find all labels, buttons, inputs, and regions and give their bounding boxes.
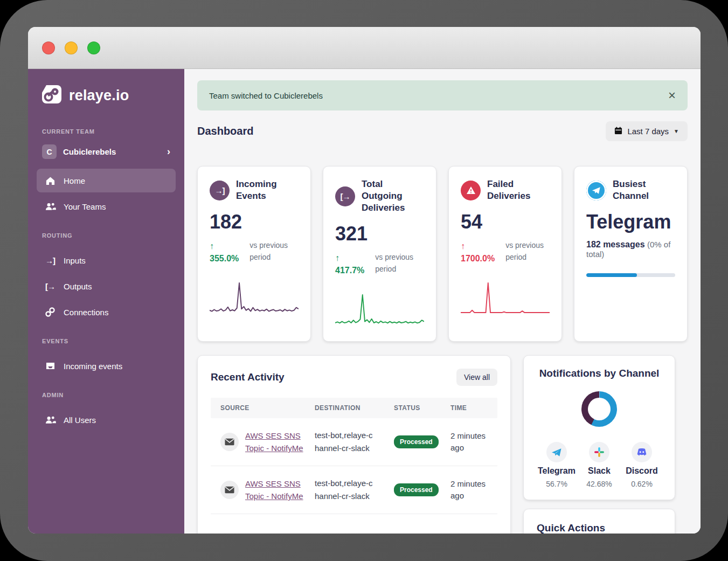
window-titlebar [28, 27, 701, 69]
stat-delta: ↑ 1700.0% [461, 240, 495, 265]
stat-delta-note: vs previous period [375, 252, 424, 275]
stat-card-failed-deliveries: Failed Deliveries 54 ↑ 1700.0% vs previo… [448, 166, 562, 342]
notifications-panel: Notifications by Channel Telegram 56.7% [523, 355, 675, 500]
status-badge: Processed [394, 483, 439, 496]
stat-card-busiest-channel: Busiest Channel Telegram 182 messages (0… [574, 166, 688, 342]
stat-delta: ↑ 417.7% [335, 252, 364, 276]
column-destination: DESTINATION [315, 404, 394, 412]
close-window-button[interactable] [42, 41, 55, 54]
current-team-label: CURRENT TEAM [37, 128, 176, 135]
stat-title: Busiest Channel [613, 178, 675, 202]
sparkline-chart [210, 281, 299, 315]
caret-down-icon: ▼ [674, 128, 679, 134]
brand-name: relaye.io [69, 87, 129, 104]
slack-icon [589, 442, 609, 462]
main-content: Team switched to Cubiclerebels × Dashboa… [184, 69, 701, 534]
view-all-button[interactable]: View all [456, 369, 497, 386]
warning-triangle-icon [461, 181, 481, 200]
source-link[interactable]: AWS SES SNS Topic - NotifyMe [245, 477, 304, 503]
stat-title: Incoming Events [236, 178, 299, 202]
minimize-window-button[interactable] [65, 41, 78, 54]
stat-card-outgoing-deliveries: [→ Total Outgoing Deliveries 321 ↑ 417.7… [323, 166, 436, 342]
sidebar: relaye.io CURRENT TEAM C Cubiclerebels ›… [28, 69, 184, 534]
stat-value: Telegram [586, 211, 675, 233]
stat-title: Total Outgoing Deliveries [362, 178, 424, 214]
sidebar-item-your-teams[interactable]: Your Teams [37, 195, 176, 218]
envelope-icon [220, 433, 239, 451]
time-cell: 2 minutes ago [450, 478, 488, 502]
notifications-title: Notifications by Channel [536, 368, 663, 379]
busiest-channel-messages: 182 messages (0% of total) [586, 240, 675, 259]
channel-legend: Telegram 56.7% [536, 442, 663, 488]
sidebar-item-inputs[interactable]: →] Inputs [37, 248, 176, 272]
calendar-icon [614, 127, 622, 136]
stats-row: →] Incoming Events 182 ↑ 355.0% vs previ… [197, 166, 688, 342]
stat-delta: ↑ 355.0% [210, 240, 239, 265]
events-label: EVENTS [37, 338, 176, 344]
users-icon [44, 202, 56, 211]
date-range-button[interactable]: Last 7 days ▼ [606, 121, 688, 141]
table-row: AWS SES SNS Topic - NotifyMe test-bot,re… [211, 466, 497, 514]
sidebar-item-home[interactable]: Home [37, 169, 176, 192]
envelope-icon [220, 481, 239, 499]
team-name: Cubiclerebels [63, 147, 161, 156]
home-icon [44, 176, 56, 186]
team-avatar: C [42, 144, 57, 159]
sidebar-item-all-users[interactable]: All Users [37, 408, 176, 432]
app-window: relaye.io CURRENT TEAM C Cubiclerebels ›… [28, 27, 701, 534]
column-status: STATUS [394, 404, 450, 412]
users-icon [44, 415, 56, 425]
discord-icon [632, 442, 652, 462]
stat-value: 321 [335, 223, 424, 245]
column-source: SOURCE [220, 404, 315, 412]
recent-activity-title: Recent Activity [211, 371, 285, 383]
arrow-into-bracket-icon: →] [210, 181, 230, 200]
legend-item-telegram: Telegram 56.7% [538, 442, 576, 488]
sidebar-item-incoming-events[interactable]: Incoming events [37, 354, 176, 378]
channel-share-progressbar [586, 273, 675, 277]
stat-card-incoming-events: →] Incoming Events 182 ↑ 355.0% vs previ… [197, 166, 311, 342]
progress-fill [586, 273, 637, 277]
quick-actions-panel: Quick Actions [523, 509, 675, 534]
arrow-out-of-bracket-icon: [→ [335, 186, 355, 206]
activity-table-header: SOURCE DESTINATION STATUS TIME [211, 398, 497, 418]
link-icon [44, 307, 56, 317]
stat-title: Failed Deliveries [487, 178, 550, 202]
arrow-into-bracket-icon: →] [44, 256, 56, 265]
telegram-icon [546, 442, 567, 462]
routing-label: ROUTING [37, 232, 176, 239]
telegram-icon [586, 181, 606, 200]
date-range-label: Last 7 days [627, 127, 669, 136]
recent-activity-panel: Recent Activity View all SOURCE DESTINAT… [197, 355, 511, 534]
success-alert: Team switched to Cubiclerebels × [197, 80, 688, 110]
stat-value: 54 [461, 211, 550, 233]
source-link[interactable]: AWS SES SNS Topic - NotifyMe [245, 430, 304, 455]
zoom-window-button[interactable] [87, 41, 100, 54]
sidebar-item-label: Incoming events [64, 362, 122, 371]
legend-item-discord: Discord 0.62% [623, 442, 661, 488]
channel-donut-chart [581, 391, 617, 427]
relaye-logo-icon [41, 84, 63, 107]
sidebar-item-label: All Users [64, 415, 96, 425]
donut-hole [588, 398, 611, 420]
team-switcher[interactable]: C Cubiclerebels › [37, 144, 176, 159]
sidebar-item-connections[interactable]: Connections [37, 300, 176, 324]
column-time: TIME [450, 404, 488, 412]
time-cell: 2 minutes ago [450, 430, 488, 454]
sidebar-item-outputs[interactable]: [→ Outputs [37, 274, 176, 298]
sidebar-item-label: Outputs [64, 282, 92, 291]
brand: relaye.io [37, 84, 176, 107]
admin-label: ADMIN [37, 392, 176, 398]
page-title: Dashboard [197, 125, 253, 137]
sidebar-item-label: Your Teams [64, 202, 106, 211]
stat-delta-note: vs previous period [505, 240, 550, 263]
sidebar-item-label: Home [64, 176, 85, 185]
destination-cell: test-bot,relaye-channel-cr-slack [315, 477, 374, 503]
close-icon[interactable]: × [668, 89, 676, 102]
arrow-out-of-bracket-icon: [→ [44, 282, 56, 291]
stat-delta-note: vs previous period [249, 240, 299, 263]
chevron-right-icon: › [167, 146, 170, 157]
sparkline-chart [335, 293, 424, 327]
sparkline-chart [461, 281, 550, 315]
status-badge: Processed [394, 435, 439, 448]
